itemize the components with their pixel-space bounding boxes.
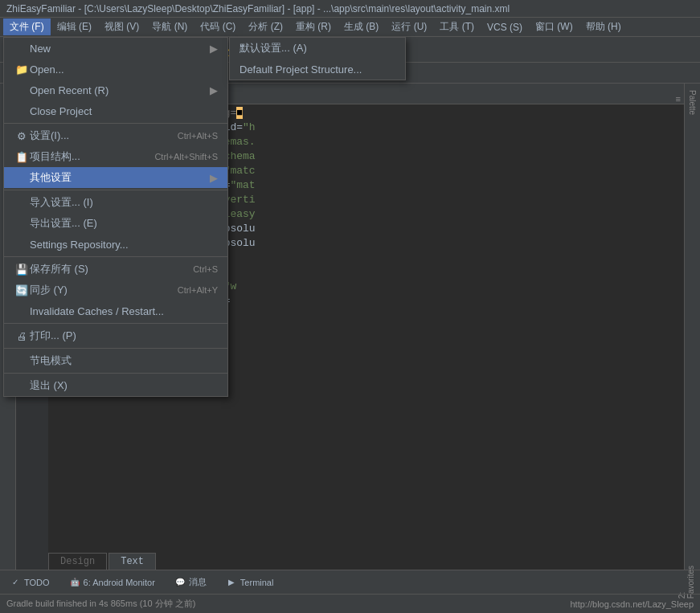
- other-settings-label: 其他设置: [30, 170, 210, 185]
- menu-sep-6: [4, 373, 227, 374]
- exit-label: 退出 (X): [30, 378, 218, 393]
- android-monitor-btn[interactable]: 🤖 6: Android Monitor: [63, 575, 162, 590]
- sync-icon: 🔄: [14, 284, 30, 296]
- menu-settings-repo[interactable]: Settings Repository...: [4, 234, 227, 255]
- android-monitor-label: 6: Android Monitor: [84, 578, 155, 587]
- open-label: Open...: [30, 63, 218, 76]
- menu-sep-5: [4, 348, 227, 349]
- menu-import-settings[interactable]: 导入设置... (I): [4, 192, 227, 213]
- new-arrow-icon: ▶: [210, 43, 218, 55]
- settings-icon: ⚙: [14, 130, 30, 142]
- submenu-default-project-structure[interactable]: Default Project Structure...: [230, 59, 405, 80]
- default-project-structure-label: Default Project Structure...: [239, 63, 395, 76]
- terminal-icon: ▶: [226, 577, 237, 588]
- menu-open[interactable]: 📁 Open...: [4, 59, 227, 80]
- menu-item-vcs[interactable]: VCS (S): [481, 20, 529, 35]
- close-project-label: Close Project: [30, 105, 218, 117]
- todo-label: TODO: [24, 578, 50, 587]
- menu-other-settings[interactable]: 其他设置 ▶: [4, 167, 227, 188]
- submenu-default-settings[interactable]: 默认设置... (A): [230, 38, 405, 59]
- settings-shortcut: Ctrl+Alt+S: [178, 131, 218, 141]
- save-all-icon: 💾: [14, 264, 30, 276]
- menu-export-settings[interactable]: 导出设置... (E): [4, 213, 227, 234]
- status-text: Gradle build finished in 4s 865ms (10 分钟…: [6, 598, 195, 610]
- todo-btn[interactable]: ✓ TODO: [3, 575, 56, 590]
- status-bar: Gradle build finished in 4s 865ms (10 分钟…: [0, 594, 700, 613]
- messages-btn[interactable]: 💬 消息: [168, 574, 213, 590]
- menu-sync[interactable]: 🔄 同步 (Y) Ctrl+Alt+Y: [4, 280, 227, 300]
- open-recent-label: Open Recent (R): [30, 84, 210, 96]
- highlight-token: ■: [236, 107, 243, 119]
- menu-item-file[interactable]: 文件 (F): [3, 18, 51, 35]
- menu-print[interactable]: 🖨 打印... (P): [4, 325, 227, 346]
- menu-item-help[interactable]: 帮助 (H): [579, 18, 628, 35]
- menu-item-build[interactable]: 生成 (B): [338, 18, 385, 35]
- sync-label: 同步 (Y): [30, 283, 178, 297]
- sync-shortcut: Ctrl+Alt+Y: [178, 285, 218, 295]
- code-token: "matc: [224, 165, 256, 177]
- menu-sep-2: [4, 190, 227, 190]
- menu-bar: 文件 (F) 编辑 (E) 视图 (V) 导航 (N) 代码 (C) 分析 (Z…: [0, 18, 700, 37]
- menu-invalidate[interactable]: Invalidate Caches / Restart...: [4, 300, 227, 321]
- title-bar: ZhiEasyFamiliar - [C:\Users\LazySleep\De…: [0, 0, 700, 18]
- todo-icon: ✓: [10, 577, 21, 588]
- menu-item-refactor[interactable]: 重构 (R): [289, 18, 338, 35]
- menu-new[interactable]: New ▶: [4, 38, 227, 59]
- export-settings-label: 导出设置... (E): [30, 216, 218, 231]
- text-tab[interactable]: Text: [108, 553, 156, 570]
- menu-save-all[interactable]: 💾 保存所有 (S) Ctrl+S: [4, 259, 227, 280]
- new-label: New: [30, 43, 210, 55]
- menu-item-view[interactable]: 视图 (V): [98, 18, 145, 35]
- other-settings-submenu: 默认设置... (A) Default Project Structure...: [229, 37, 406, 80]
- menu-item-run[interactable]: 运行 (U): [385, 18, 433, 35]
- palette-label[interactable]: Palette: [688, 90, 697, 115]
- messages-icon: 💬: [174, 577, 186, 588]
- menu-project-structure[interactable]: 📋 项目结构... Ctrl+Alt+Shift+S: [4, 146, 227, 167]
- power-save-label: 节电模式: [30, 353, 218, 368]
- default-settings-label: 默认设置... (A): [239, 41, 395, 55]
- menu-item-code[interactable]: 代码 (C): [194, 18, 242, 35]
- menu-item-navigate[interactable]: 导航 (N): [145, 18, 194, 35]
- other-settings-arrow-icon: ▶: [210, 172, 218, 184]
- design-tab[interactable]: Design: [48, 553, 107, 570]
- terminal-btn[interactable]: ▶ Terminal: [219, 575, 280, 590]
- print-icon: 🖨: [14, 330, 30, 342]
- menu-item-analyze[interactable]: 分析 (Z): [242, 18, 289, 35]
- open-recent-arrow-icon: ▶: [210, 84, 218, 96]
- menu-exit[interactable]: 退出 (X): [4, 375, 227, 396]
- menu-item-edit[interactable]: 编辑 (E): [51, 18, 98, 35]
- title-text: ZhiEasyFamiliar - [C:\Users\LazySleep\De…: [6, 3, 510, 14]
- save-all-label: 保存所有 (S): [30, 262, 193, 276]
- project-structure-icon: 📋: [14, 151, 30, 163]
- status-right-text: http://blog.csdn.net/Lazy_Sleep: [571, 599, 694, 609]
- settings-label: 设置(I)...: [30, 129, 178, 143]
- settings-repo-label: Settings Repository...: [30, 239, 218, 251]
- menu-power-save[interactable]: 节电模式: [4, 350, 227, 371]
- save-all-shortcut: Ctrl+S: [193, 264, 218, 274]
- messages-label: 消息: [189, 576, 207, 588]
- open-icon: 📁: [14, 63, 30, 76]
- palette-strip: Palette: [684, 84, 700, 570]
- editor-bottom-tabs: Design Text: [48, 553, 156, 570]
- menu-item-tools[interactable]: 工具 (T): [433, 18, 481, 35]
- print-label: 打印... (P): [30, 329, 218, 343]
- menu-sep-3: [4, 256, 227, 257]
- project-structure-shortcut: Ctrl+Alt+Shift+S: [154, 152, 218, 161]
- menu-sep-4: [4, 323, 227, 324]
- code-token: "mat: [230, 179, 255, 191]
- code-token: "h: [243, 121, 256, 133]
- project-structure-label: 项目结构...: [30, 149, 154, 164]
- terminal-label: Terminal: [240, 578, 274, 587]
- menu-close-project[interactable]: Close Project: [4, 100, 227, 121]
- file-menu-dropdown: New ▶ 📁 Open... Open Recent (R) ▶ Close …: [3, 37, 228, 397]
- tab-options-btn[interactable]: ≡: [673, 94, 684, 104]
- bottom-toolbar: ✓ TODO 🤖 6: Android Monitor 💬 消息 ▶ Termi…: [0, 570, 700, 594]
- import-settings-label: 导入设置... (I): [30, 195, 218, 210]
- menu-open-recent[interactable]: Open Recent (R) ▶: [4, 80, 227, 100]
- menu-item-window[interactable]: 窗口 (W): [529, 18, 579, 35]
- favorites-label[interactable]: 2: Favorites: [676, 566, 697, 599]
- invalidate-label: Invalidate Caches / Restart...: [30, 305, 218, 317]
- android-monitor-icon: 🤖: [69, 577, 80, 588]
- menu-sep-1: [4, 123, 227, 124]
- menu-settings[interactable]: ⚙ 设置(I)... Ctrl+Alt+S: [4, 125, 227, 146]
